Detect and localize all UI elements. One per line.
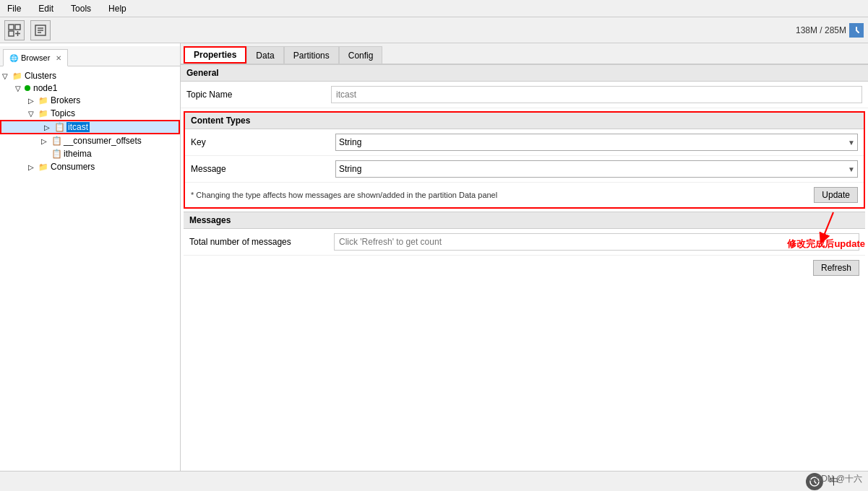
svg-rect-0 — [9, 25, 14, 30]
total-messages-label: Total number of messages — [189, 237, 334, 247]
tree-item-node1[interactable]: ▽ node1 — [0, 82, 180, 94]
tree-toggle-consumers[interactable]: ▷ — [26, 162, 36, 172]
tree-label-clusters: Clusters — [25, 71, 56, 81]
key-row: Key String Binary Integer Long Double ▼ — [185, 129, 864, 156]
topic-icon-consumer-offsets: 📋 — [51, 135, 62, 147]
memory-indicator: 138M / 285M — [796, 23, 864, 38]
tab-partitions-label: Partitions — [293, 51, 330, 61]
topic-icon-itheima: 📋 — [51, 148, 62, 160]
topic-name-row: Topic Name — [181, 82, 868, 108]
tab-properties-label: Properties — [194, 50, 236, 60]
tree-label-topics: Topics — [51, 108, 75, 118]
topic-name-label: Topic Name — [186, 90, 331, 100]
tree-label-brokers: Brokers — [51, 95, 80, 105]
tree-item-itheima[interactable]: 📋 itheima — [0, 147, 180, 160]
refresh-row: Refresh — [184, 256, 865, 280]
tree-label-itheima: itheima — [64, 149, 92, 159]
message-label: Message — [191, 164, 335, 174]
total-messages-input — [334, 233, 859, 251]
toolbar-btn-2[interactable] — [30, 20, 51, 40]
menubar: File Edit Tools Help — [0, 0, 868, 17]
content-tabs: Properties Data Partitions Config — [181, 43, 868, 64]
total-messages-row: Total number of messages — [184, 229, 865, 256]
message-row: Message String Binary Integer Long Doubl… — [185, 156, 864, 183]
key-select-wrapper: String Binary Integer Long Double ▼ — [335, 134, 858, 151]
tab-data[interactable]: Data — [246, 46, 283, 64]
note-row: * Changing the type affects how messages… — [185, 183, 864, 207]
menu-help[interactable]: Help — [106, 2, 129, 15]
content-types-header: Content Types — [185, 113, 864, 129]
svg-rect-2 — [9, 31, 14, 36]
content-area: Properties Data Partitions Config Genera… — [181, 43, 868, 490]
tab-config-label: Config — [348, 51, 374, 61]
tree-toggle-node1[interactable]: ▽ — [13, 83, 23, 93]
memory-icon[interactable] — [849, 23, 864, 38]
tree-item-topics[interactable]: ▽ 📁 Topics — [0, 107, 180, 120]
tree-item-consumers[interactable]: ▷ 📁 Consumers — [0, 160, 180, 173]
tab-partitions[interactable]: Partitions — [284, 46, 339, 64]
topic-name-input[interactable] — [331, 86, 862, 103]
content-types-section: Content Types Key String Binary Integer … — [184, 111, 865, 209]
main-layout: 🌐 Browser ✕ ▽ 📁 Clusters ▽ node1 — [0, 43, 868, 490]
tab-properties[interactable]: Properties — [184, 46, 246, 64]
tree-container: ▽ 📁 Clusters ▽ node1 ▷ 📁 Brokers — [0, 66, 180, 176]
svg-line-10 — [822, 212, 833, 239]
sidebar: 🌐 Browser ✕ ▽ 📁 Clusters ▽ node1 — [0, 43, 181, 490]
messages-section-header: Messages — [184, 212, 865, 229]
messages-section: Messages Total number of messages Refres… — [184, 212, 865, 280]
key-label: Key — [191, 137, 335, 147]
tree-label-itcast: itcast — [66, 122, 90, 132]
sidebar-tab-bar: 🌐 Browser ✕ — [0, 46, 180, 66]
svg-rect-1 — [15, 25, 20, 30]
menu-file[interactable]: File — [4, 2, 24, 15]
tree-toggle-topics[interactable]: ▽ — [26, 108, 36, 118]
close-icon[interactable]: ✕ — [56, 54, 61, 62]
folder-icon-brokers: 📁 — [38, 95, 49, 106]
tree-label-consumer-offsets: __consumer_offsets — [64, 136, 142, 146]
properties-panel: General Topic Name Content Types Key Str… — [181, 64, 868, 490]
tree-toggle-brokers[interactable]: ▷ — [26, 95, 36, 105]
update-button[interactable]: Update — [814, 187, 858, 203]
refresh-button[interactable]: Refresh — [813, 260, 859, 276]
annotation-wrapper: 修改完成后update — [787, 209, 865, 251]
sidebar-tab-browser[interactable]: 🌐 Browser ✕ — [3, 49, 68, 66]
message-select[interactable]: String Binary Integer Long Double — [335, 160, 858, 178]
tree-item-brokers[interactable]: ▷ 📁 Brokers — [0, 94, 180, 107]
tree-toggle-itcast[interactable]: ▷ — [42, 122, 52, 132]
tab-config[interactable]: Config — [339, 46, 383, 64]
general-section-header: General — [181, 64, 868, 82]
folder-icon-consumers: 📁 — [38, 161, 49, 173]
tree-toggle-consumer-offsets[interactable]: ▷ — [39, 136, 49, 146]
tab-data-label: Data — [256, 51, 274, 61]
tree-item-consumer-offsets[interactable]: ▷ 📋 __consumer_offsets — [0, 134, 180, 147]
tree-item-clusters[interactable]: ▽ 📁 Clusters — [0, 69, 180, 82]
folder-icon-clusters: 📁 — [12, 70, 23, 82]
sidebar-tab-browser-label: Browser — [21, 53, 50, 62]
annotation-text: 修改完成后update — [787, 238, 865, 251]
key-select[interactable]: String Binary Integer Long Double — [335, 134, 858, 151]
tree-toggle-clusters[interactable]: ▽ — [0, 71, 10, 81]
toolbar: 138M / 285M — [0, 17, 868, 43]
tree-label-consumers: Consumers — [51, 162, 95, 172]
node-status-dot — [25, 85, 30, 91]
watermark: CSDN @十六 — [809, 473, 862, 485]
menu-tools[interactable]: Tools — [68, 2, 94, 15]
tree-label-node1: node1 — [33, 83, 57, 93]
toolbar-btn-1[interactable] — [4, 20, 25, 40]
topic-icon-itcast: 📋 — [53, 121, 65, 133]
browser-tab-icon: 🌐 — [9, 54, 18, 62]
status-bar: 中 — [0, 471, 868, 490]
note-text: * Changing the type affects how messages… — [191, 191, 497, 199]
folder-icon-topics: 📁 — [38, 108, 49, 119]
menu-edit[interactable]: Edit — [35, 2, 56, 15]
message-select-wrapper: String Binary Integer Long Double ▼ — [335, 160, 858, 178]
update-btn-wrapper: Update 修改完成后update — [814, 187, 858, 203]
tree-item-itcast[interactable]: ▷ 📋 itcast — [0, 120, 180, 134]
